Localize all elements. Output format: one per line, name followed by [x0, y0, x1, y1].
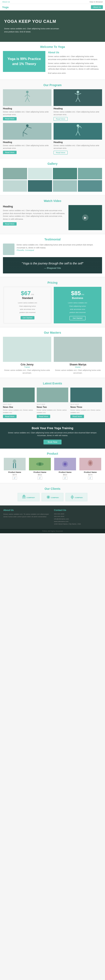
- program-btn-4[interactable]: Read More: [53, 151, 68, 154]
- event-card-1: 18.07.2015 News One Donec varius sodales…: [3, 388, 35, 418]
- testimonial-quote-author: — Bhagavad Gita: [7, 267, 98, 269]
- svg-point-29: [64, 463, 66, 466]
- gallery-img-3[interactable]: [53, 168, 77, 179]
- event-btn-1[interactable]: Read More: [3, 415, 16, 418]
- product-cart-btn-2[interactable]: 🛒: [37, 476, 42, 480]
- testimonial-avatar: [3, 243, 15, 255]
- events-section: Latest Events 18.07.2015 News One Donec …: [0, 379, 105, 421]
- welcome-right: About Us Donec varius sodales orci. Clam…: [48, 51, 102, 76]
- price-amount-business: $85: [71, 290, 81, 297]
- svg-line-3: [27, 94, 30, 97]
- client-logo-1: COMPANY: [18, 493, 39, 501]
- event-img-1: [3, 388, 35, 402]
- event-card-2: 18.07.2015 News Two Donec varius sodales…: [37, 388, 68, 418]
- event-btn-2[interactable]: Read More: [37, 415, 50, 418]
- product-cart-btn-1[interactable]: 🛒: [12, 476, 17, 480]
- product-img-4: [79, 458, 101, 470]
- program-heading-4: Heading: [53, 141, 102, 143]
- footer-phone-2[interactable]: 444.444.4444: [54, 515, 102, 517]
- product-cart-btn-4[interactable]: 🛒: [88, 476, 93, 480]
- nav-logo: Yoga: [2, 6, 9, 9]
- play-button[interactable]: ▶: [82, 215, 89, 221]
- footer-website[interactable]: www.sitename.com: [54, 520, 102, 522]
- svg-rect-33: [23, 495, 25, 496]
- client-logo-2: COMPANY: [42, 493, 63, 501]
- master-text-1: Donec varius sodales orci. Clam adipisci…: [3, 369, 51, 374]
- master-name-2: Shawn Mariya: [54, 363, 102, 366]
- footer-address: 1234 Street Name, City Name, USA: [54, 523, 102, 525]
- product-item-1: Product Name $474 🛒: [4, 458, 26, 480]
- clients-row: COMPANY COMPANY COMPANY: [3, 493, 102, 501]
- svg-point-0: [26, 91, 29, 93]
- watch-video-box[interactable]: ▶: [68, 205, 102, 230]
- top-bar: About Us View in Browser: [0, 0, 105, 4]
- program-btn-1[interactable]: Read More: [3, 117, 16, 121]
- event-title-3: News Three: [70, 406, 102, 408]
- footer-bottom: ©2014, All Rights Reserved: [0, 529, 105, 533]
- footer-copyright: ©2014, All Rights Reserved: [42, 530, 63, 532]
- navigation: Yoga About Us: [0, 4, 105, 10]
- footer-phone-1[interactable]: 444.444.4444: [54, 513, 102, 515]
- hero-text: Donec varius sodales orci. Clam adipisci…: [4, 27, 63, 33]
- program-section: Our Program Heading Donec varius sodales…: [0, 80, 105, 158]
- product-img-2: [29, 458, 51, 470]
- program-btn-2[interactable]: Read More: [53, 117, 68, 121]
- testimonial-title: Testimonial: [3, 238, 102, 241]
- svg-line-8: [75, 94, 78, 94]
- event-btn-3[interactable]: Read More: [70, 415, 84, 418]
- product-price-1: $474: [4, 474, 26, 476]
- event-card-3: 18.07.2015 News Three Donec varius sodal…: [70, 388, 102, 418]
- footer-email[interactable]: info@sitename.com: [54, 518, 102, 520]
- welcome-left: Yoga is 99% Practice and 1% Theory: [3, 51, 45, 76]
- program-heading-1: Heading: [3, 107, 52, 110]
- masters-section: Our Masters Cris Jenny Trainer Donec var…: [0, 328, 105, 377]
- gallery-img-2[interactable]: [28, 168, 52, 179]
- nav-about-button[interactable]: About Us: [91, 5, 103, 9]
- gallery-img-4[interactable]: [78, 168, 102, 179]
- price-card-business: $85 PM Business Lorem varius sodales orc…: [54, 287, 102, 323]
- program-btn-3[interactable]: Read More: [3, 151, 16, 154]
- product-item-4: Product Name $474 🛒: [79, 458, 101, 480]
- footer-contact-col: Contact Us 444.444.4444 444.444.4444 inf…: [54, 509, 102, 525]
- svg-line-11: [78, 98, 80, 102]
- master-img-2: [54, 337, 102, 362]
- view-in-browser[interactable]: View in Browser: [89, 1, 103, 3]
- price-period-standard: PM: [31, 293, 34, 296]
- product-img-3: [54, 458, 76, 470]
- gallery-img-6[interactable]: [28, 180, 52, 192]
- svg-line-2: [25, 94, 27, 97]
- master-card-2: Shawn Mariya Master Donec varius sodales…: [54, 337, 102, 374]
- price-btn-business[interactable]: Get Started: [69, 316, 86, 320]
- svg-marker-38: [71, 495, 74, 500]
- booking-btn[interactable]: Book Now: [44, 440, 61, 444]
- program-title: Our Program: [3, 83, 102, 87]
- program-heading-3: Heading: [3, 141, 52, 143]
- pricing-row: $67 PM Standard Lorem varius sodales orc…: [3, 287, 102, 323]
- hero-title: YOGA KEEP YOU CALM: [4, 19, 101, 24]
- svg-point-6: [77, 91, 79, 93]
- price-amount-standard: $67: [21, 290, 31, 297]
- watch-heading: Heading: [3, 205, 66, 208]
- gallery-img-8[interactable]: [78, 180, 102, 192]
- product-cart-btn-3[interactable]: 🛒: [63, 476, 68, 480]
- event-text-2: Donec varius sodales orci. Donec varius …: [37, 409, 68, 414]
- svg-line-13: [23, 127, 27, 132]
- watch-read-more-btn[interactable]: Read More: [3, 222, 16, 226]
- about-link[interactable]: About Us: [2, 1, 10, 3]
- price-plan-business: Business: [57, 297, 98, 299]
- watch-text: Donec varius sodales orci. Clam adipisci…: [3, 209, 66, 221]
- product-name-1: Product Name: [4, 471, 26, 473]
- svg-point-27: [39, 462, 41, 466]
- master-role-1: Trainer: [3, 366, 51, 368]
- program-item-2: Heading Donec varius sodales orci. Clam …: [53, 89, 102, 121]
- gallery-img-1[interactable]: [3, 168, 27, 179]
- about-text-2: Donec varius sodales orci. Clam adipisci…: [48, 62, 102, 71]
- watch-row: Heading Donec varius sodales orci. Clam …: [3, 205, 102, 230]
- price-period-business: PM: [81, 293, 84, 296]
- svg-line-4: [25, 98, 27, 102]
- price-btn-standard[interactable]: Get Started: [21, 316, 34, 320]
- events-row: 18.07.2015 News One Donec varius sodales…: [3, 388, 102, 418]
- product-name-3: Product Name: [54, 471, 76, 473]
- gallery-img-5[interactable]: [3, 180, 27, 192]
- gallery-img-7[interactable]: [53, 180, 77, 192]
